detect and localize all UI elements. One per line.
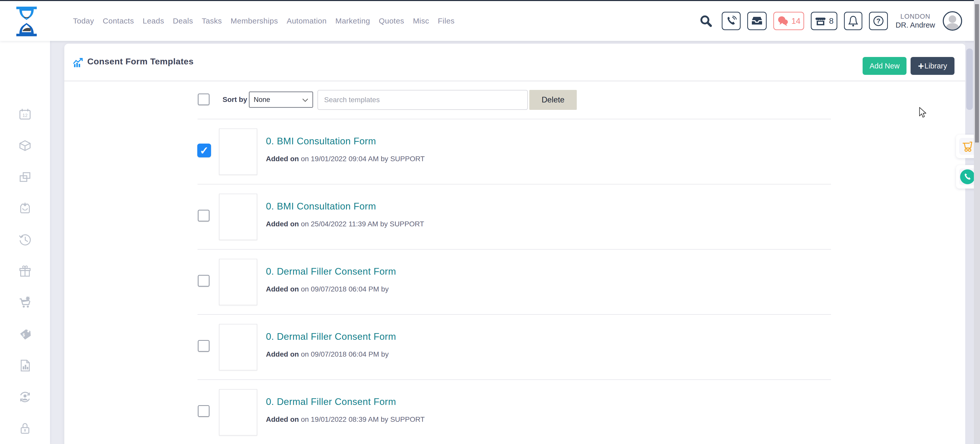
sidebar-item-calendar[interactable]: 12 — [19, 108, 32, 121]
template-thumbnail[interactable] — [219, 389, 257, 436]
template-added-meta: Added on on 25/04/2022 11:39 AM by SUPPO… — [266, 220, 424, 228]
sort-select[interactable]: None — [249, 91, 313, 108]
template-added-meta: Added on on 09/07/2018 06:04 PM by — [266, 285, 389, 293]
nav-item-deals[interactable]: Deals — [173, 17, 193, 25]
add-new-label: Add New — [870, 62, 900, 70]
delete-button[interactable]: Delete — [529, 90, 577, 110]
pos-store-button[interactable]: 8 — [811, 12, 837, 30]
row-checkbox[interactable] — [198, 210, 210, 222]
template-thumbnail[interactable] — [219, 324, 257, 371]
sort-by-label: Sort by — [223, 96, 247, 104]
row-checkbox[interactable] — [197, 144, 211, 157]
phone-circle-icon — [960, 169, 975, 184]
template-row: 0. Dermal Filler Consent Form Added on o… — [64, 380, 966, 444]
row-checkbox[interactable] — [198, 275, 210, 287]
top-navigation-bar: Today Contacts Leads Deals Tasks Members… — [0, 1, 980, 41]
template-row: 0. Dermal Filler Consent Form Added on o… — [64, 249, 966, 315]
template-thumbnail[interactable] — [219, 259, 257, 305]
template-row: 0. Dermal Filler Consent Form Added on o… — [64, 315, 966, 380]
cart-button[interactable] — [959, 138, 976, 155]
added-on-label: Added on — [266, 155, 299, 163]
messages-count-badge: 14 — [791, 16, 800, 26]
sidebar-item-gift[interactable] — [19, 265, 32, 278]
filter-bar: Sort by None Delete — [64, 81, 966, 119]
template-title-link[interactable]: 0. Dermal Filler Consent Form — [266, 396, 396, 407]
main-nav: Today Contacts Leads Deals Tasks Members… — [73, 1, 455, 41]
template-added-meta: Added on on 19/01/2022 08:39 AM by SUPPO… — [266, 415, 425, 423]
nav-item-marketing[interactable]: Marketing — [335, 17, 370, 25]
template-thumbnail[interactable] — [219, 194, 257, 240]
search-icon[interactable] — [699, 14, 713, 27]
browser-scrollbar[interactable] — [974, 0, 980, 444]
svg-text:?: ? — [877, 17, 880, 25]
inbox-button[interactable] — [747, 12, 767, 30]
content-scrollbar[interactable] — [965, 41, 974, 444]
select-all-checkbox[interactable] — [198, 94, 210, 105]
template-title-link[interactable]: 0. BMI Consultation Form — [266, 136, 376, 147]
template-row: 0. BMI Consultation Form Added on on 19/… — [64, 119, 966, 184]
template-added-meta: Added on on 19/01/2022 09:04 AM by SUPPO… — [266, 155, 425, 163]
row-checkbox[interactable] — [198, 340, 210, 352]
location-label: LONDON — [896, 12, 935, 21]
help-button[interactable]: ? — [869, 12, 888, 30]
sidebar-item-cart-settings[interactable] — [19, 296, 32, 309]
app-logo[interactable] — [16, 6, 37, 36]
call-button[interactable] — [959, 168, 976, 185]
template-added-meta: Added on on 09/07/2018 06:04 PM by — [266, 350, 389, 358]
pos-count-badge: 8 — [829, 16, 834, 26]
template-title-link[interactable]: 0. Dermal Filler Consent Form — [266, 331, 396, 342]
avatar[interactable] — [943, 11, 962, 31]
phone-button[interactable] — [722, 12, 741, 30]
header-right-cluster: 14 8 ? LONDON DR. Andrew — [699, 1, 962, 41]
page-title: Consent Form Templates — [87, 56, 194, 66]
nav-item-tasks[interactable]: Tasks — [202, 17, 222, 25]
sidebar-item-package[interactable] — [19, 139, 32, 152]
sidebar-item-duplicate[interactable] — [19, 171, 32, 184]
added-on-label: Added on — [266, 415, 299, 423]
template-title-link[interactable]: 0. Dermal Filler Consent Form — [266, 266, 396, 277]
added-on-label: Added on — [266, 285, 299, 293]
library-label: Library — [924, 62, 947, 70]
sidebar-item-pricing[interactable]: $ — [19, 328, 32, 340]
bell-icon — [848, 15, 858, 27]
panel-header: Consent Form Templates Add New + Library — [64, 44, 966, 81]
phone-icon — [725, 15, 737, 27]
help-icon: ? — [873, 15, 884, 27]
user-name-label: DR. Andrew — [896, 21, 935, 30]
template-title-link[interactable]: 0. BMI Consultation Form — [266, 201, 376, 212]
template-row: 0. BMI Consultation Form Added on on 25/… — [64, 184, 966, 249]
nav-item-leads[interactable]: Leads — [143, 17, 164, 25]
library-button[interactable]: + Library — [911, 57, 955, 75]
svg-text:12: 12 — [22, 113, 27, 118]
nav-item-files[interactable]: Files — [438, 17, 455, 25]
search-templates-input[interactable] — [318, 90, 528, 110]
add-new-button[interactable]: Add New — [862, 57, 907, 75]
svg-text:$: $ — [23, 333, 25, 337]
sidebar-item-client-sync[interactable] — [19, 391, 32, 403]
top-border-line — [0, 0, 980, 1]
nav-item-memberships[interactable]: Memberships — [231, 17, 278, 25]
nav-item-misc[interactable]: Misc — [413, 17, 429, 25]
sidebar-item-reports[interactable] — [19, 359, 32, 372]
store-icon — [815, 16, 826, 26]
sidebar-item-lock[interactable] — [19, 422, 32, 435]
nav-item-automation[interactable]: Automation — [286, 17, 327, 25]
sidebar-item-history[interactable] — [19, 233, 32, 246]
nav-item-quotes[interactable]: Quotes — [379, 17, 404, 25]
row-checkbox[interactable] — [198, 405, 210, 417]
chart-growth-icon — [73, 58, 83, 69]
added-on-label: Added on — [266, 220, 299, 228]
notifications-button[interactable] — [844, 12, 862, 30]
browser-scrollbar-thumb[interactable] — [974, 3, 980, 143]
cart-icon — [962, 141, 974, 152]
nav-item-contacts[interactable]: Contacts — [103, 17, 134, 25]
messages-button[interactable]: 14 — [773, 12, 804, 30]
chevron-down-icon — [302, 96, 308, 104]
inbox-icon — [751, 16, 763, 26]
template-thumbnail[interactable] — [219, 128, 257, 175]
user-identity[interactable]: LONDON DR. Andrew — [896, 12, 935, 30]
sidebar-item-bag-receive[interactable] — [19, 202, 32, 215]
content-scrollbar-thumb[interactable] — [966, 48, 973, 110]
nav-item-today[interactable]: Today — [73, 17, 94, 25]
sort-selected-value: None — [254, 96, 270, 104]
